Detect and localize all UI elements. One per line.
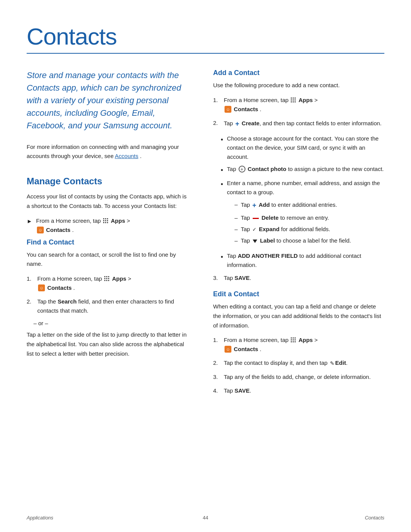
dash-text-add: Tap + Add to enter additional entries. [241, 200, 337, 211]
apps-icon-edit [290, 337, 296, 343]
intro-body-text: For more information on connecting with … [27, 144, 179, 159]
edit-step-1: 1. From a Home screen, tap Apps > ☺ Cont… [213, 335, 384, 354]
add-step-1: 1. From a Home screen, tap Apps > ☺ Cont… [213, 96, 384, 114]
contacts-label: Contacts [46, 227, 70, 233]
pencil-icon: ✎ [330, 359, 335, 367]
add-bullet-1: • Choose a storage account for the conta… [221, 134, 384, 161]
footer-center: 44 [203, 515, 208, 521]
accounts-link[interactable]: Accounts [115, 153, 139, 159]
contacts-icon-find: ☺ [38, 284, 45, 291]
manage-contacts-body: Access your list of contacts by using th… [27, 192, 190, 211]
footer-left: Applications [27, 515, 53, 521]
add-bullet-4-text: Tap ADD ANOTHER FIELD to add additional … [227, 251, 384, 270]
add-bullet-1-text: Choose a storage account for the contact… [227, 134, 384, 161]
add-step-3-num: 3. [213, 273, 220, 283]
chevron-down-icon: ✓ [252, 226, 256, 234]
dash-item-add: – Tap + Add to enter additional entries. [234, 200, 384, 211]
dash-symbol-delete: – [234, 213, 237, 222]
apps-icon-find [104, 276, 110, 282]
edit-contact-heading: Edit a Contact [213, 290, 384, 298]
bullet-dot-2: • [221, 165, 223, 176]
add-step-3: 3. Tap SAVE. [213, 273, 384, 283]
edit-contact-body: When editing a contact, you can tap a fi… [213, 302, 384, 330]
find-step-1-num: 1. [27, 274, 33, 283]
edit-step-3-num: 3. [213, 372, 220, 382]
plus-dash-icon: + [252, 200, 256, 211]
add-bullet-4: • Tap ADD ANOTHER FIELD to add additiona… [221, 251, 384, 270]
dash-item-expand: – Tap ✓ Expand for additional fields. [234, 225, 384, 234]
find-or-body: Tap a letter on the side of the list to … [27, 330, 190, 358]
apps-icon [103, 218, 109, 224]
find-step-1-text: From a Home screen, tap Apps > ☺ Contact… [37, 274, 131, 292]
col-left: Store and manage your contacts with the … [27, 69, 190, 400]
contacts-icon-edit: ☺ [225, 346, 231, 353]
dash-item-delete: – Tap Delete to remove an entry. [234, 213, 384, 222]
dash-list: – Tap + Add to enter additional entries.… [234, 200, 384, 245]
find-step-2-num: 2. [27, 297, 33, 306]
find-step-2-text: Tap the Search field, and then enter cha… [37, 297, 190, 315]
dash-item-label: – Tap Label to choose a label for the fi… [234, 236, 384, 245]
edit-step-4: 4. Tap SAVE. [213, 386, 384, 395]
add-step-3-text: Tap SAVE. [224, 273, 251, 283]
manage-contacts-step: ► From a Home screen, tap Apps > ☺ Conta… [27, 216, 190, 235]
add-bullet-2-text: Tap + Contact photo to assign a picture … [227, 165, 384, 174]
dash-symbol-label: – [234, 236, 237, 245]
find-contact-body: You can search for a contact, or scroll … [27, 250, 190, 269]
edit-step-3: 3. Tap any of the fields to add, change,… [213, 372, 384, 382]
manage-contacts-step-text: From a Home screen, tap Apps > ☺ Contact… [36, 216, 130, 235]
edit-step-4-num: 4. [213, 386, 220, 395]
add-step-2-num: 2. [213, 118, 220, 128]
dash-symbol-expand: – [234, 225, 237, 234]
title-divider [27, 53, 384, 54]
add-bullet-3: • Enter a name, phone number, email addr… [221, 179, 384, 248]
add-step-1-text: From a Home screen, tap Apps > ☺ Contact… [224, 96, 318, 114]
dash-text-expand: Tap ✓ Expand for additional fields. [241, 225, 330, 234]
plus-icon: + [235, 118, 239, 129]
edit-step-1-text: From a Home screen, tap Apps > ☺ Contact… [224, 335, 318, 354]
find-step-2: 2. Tap the Search field, and then enter … [27, 297, 190, 315]
intro-body: For more information on connecting with … [27, 142, 190, 161]
page: Contacts Store and manage your contacts … [0, 0, 411, 532]
minus-icon [253, 218, 259, 219]
bullet-dot-3: • [221, 179, 223, 190]
col-right: Add a Contact Use the following procedur… [213, 69, 384, 400]
footer-right: Contacts [365, 515, 384, 521]
add-step-2: 2. Tap + Create, and then tap contact fi… [213, 118, 384, 129]
find-step-1: 1. From a Home screen, tap Apps > ☺ Cont… [27, 274, 190, 292]
add-step-1-num: 1. [213, 96, 220, 105]
contacts-icon-add: ☺ [225, 106, 231, 113]
bullet-dot-1: • [221, 134, 223, 145]
dash-symbol-add: – [234, 200, 237, 209]
apps-icon-add [290, 97, 296, 103]
intro-italic: Store and manage your contacts with the … [27, 69, 190, 132]
add-step-2-text: Tap + Create, and then tap contact field… [224, 118, 382, 129]
manage-contacts-heading: Manage Contacts [27, 176, 190, 187]
edit-step-2-num: 2. [213, 358, 220, 367]
chevron-fill-icon [253, 240, 257, 243]
add-bullet-2: • Tap + Contact photo to assign a pictur… [221, 165, 384, 176]
edit-step-1-num: 1. [213, 335, 220, 345]
edit-step-2-text: Tap the contact to display it, and then … [224, 358, 347, 367]
or-separator: – or – [33, 320, 190, 326]
edit-step-2: 2. Tap the contact to display it, and th… [213, 358, 384, 367]
circle-plus-icon: + [239, 166, 245, 173]
add-bullets: • Choose a storage account for the conta… [221, 134, 384, 270]
contacts-icon: ☺ [37, 227, 44, 233]
dash-text-label: Tap Label to choose a label for the fiel… [241, 236, 351, 245]
add-contact-body: Use the following procedure to add a new… [213, 81, 384, 90]
dash-text-delete: Tap Delete to remove an entry. [241, 213, 329, 222]
two-col-layout: Store and manage your contacts with the … [27, 69, 384, 400]
edit-step-4-text: Tap SAVE. [224, 386, 251, 395]
add-contact-heading: Add a Contact [213, 69, 384, 77]
page-title: Contacts [27, 23, 384, 50]
add-bullet-3-text: Enter a name, phone number, email addres… [227, 179, 384, 248]
edit-step-3-text: Tap any of the fields to add, change, or… [224, 372, 371, 382]
bullet-dot-4: • [221, 252, 223, 263]
arrow-icon: ► [27, 217, 32, 226]
find-contact-heading: Find a Contact [27, 238, 190, 246]
intro-body-end: . [140, 153, 142, 159]
